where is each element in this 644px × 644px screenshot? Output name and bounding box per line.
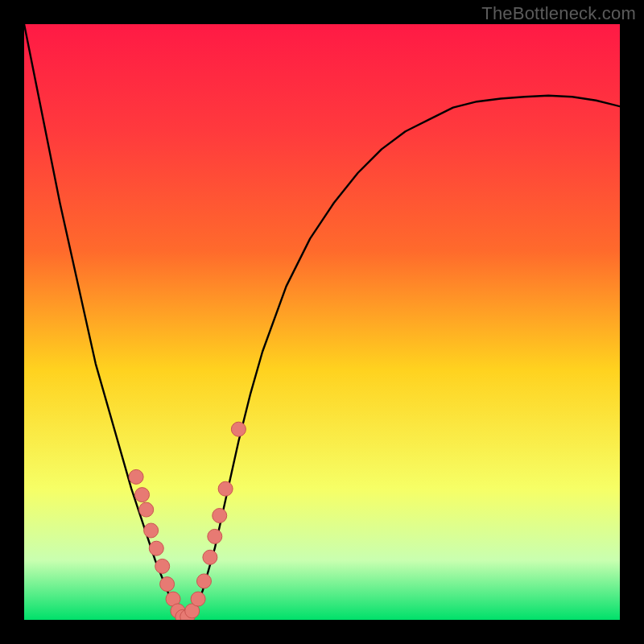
data-marker — [213, 509, 227, 523]
data-marker — [139, 502, 154, 517]
data-marker — [191, 592, 205, 606]
data-marker — [196, 574, 211, 588]
data-marker — [203, 550, 217, 564]
data-marker — [129, 469, 143, 484]
data-marker — [149, 541, 163, 555]
data-marker — [135, 488, 150, 502]
chart-svg — [24, 24, 620, 620]
data-marker — [231, 422, 246, 436]
data-marker — [144, 523, 159, 538]
data-marker — [155, 559, 170, 573]
data-marker — [160, 577, 175, 592]
data-marker — [208, 529, 222, 543]
watermark-text: TheBottleneck.com — [481, 3, 636, 24]
data-marker — [218, 481, 233, 496]
plot-area — [24, 24, 620, 620]
gradient-background — [24, 24, 620, 620]
chart-frame: TheBottleneck.com — [0, 0, 644, 644]
